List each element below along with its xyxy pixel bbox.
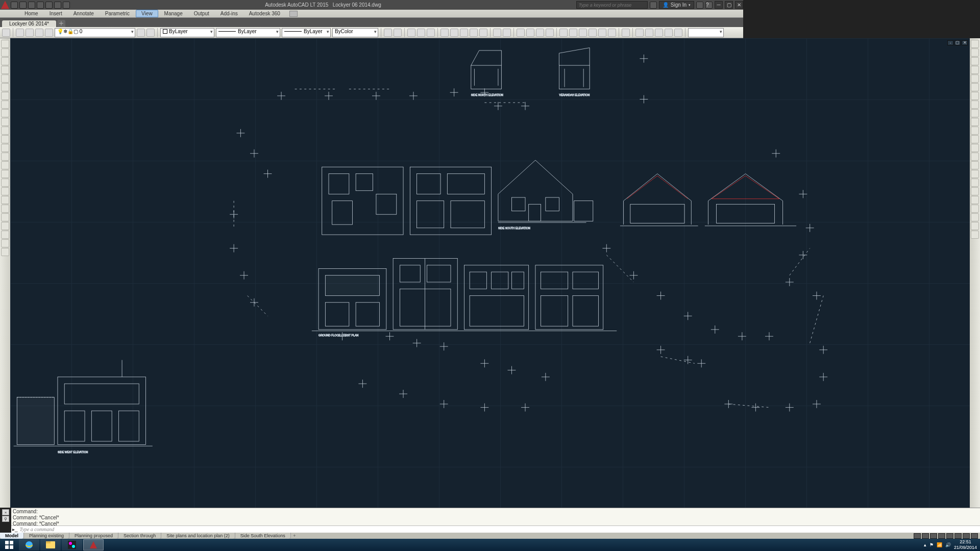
layer-dropdown[interactable]: 💡❄🔒▢ 0 bbox=[55, 28, 135, 37]
qat-new-icon[interactable] bbox=[11, 2, 18, 9]
help-tool-icon[interactable] bbox=[622, 29, 630, 37]
close-button[interactable]: ✕ bbox=[735, 1, 743, 9]
zoom-icon[interactable] bbox=[526, 29, 534, 37]
draw-group-icon[interactable] bbox=[1, 205, 9, 213]
help-search-input[interactable] bbox=[576, 1, 648, 9]
svg-rect-129 bbox=[451, 201, 484, 228]
pan-icon[interactable] bbox=[517, 29, 525, 37]
ribbon-min-icon[interactable] bbox=[289, 11, 298, 17]
tb-icon-6[interactable] bbox=[440, 29, 449, 37]
draw-leader-icon[interactable] bbox=[1, 161, 9, 169]
layer-prev-icon[interactable] bbox=[137, 29, 145, 37]
draw-block-icon[interactable] bbox=[1, 127, 9, 135]
ribbon-tab-view[interactable]: View bbox=[136, 10, 158, 17]
ribbon-tab-parametric[interactable]: Parametric bbox=[100, 10, 135, 17]
tb-icon-17[interactable] bbox=[579, 29, 587, 37]
layer-lock-icon[interactable] bbox=[45, 29, 53, 37]
qat-print-icon[interactable] bbox=[45, 2, 53, 9]
lineweight-dropdown[interactable]: ByLayer bbox=[282, 28, 331, 37]
tb-icon-26[interactable] bbox=[674, 29, 682, 37]
scale-dropdown[interactable] bbox=[688, 28, 724, 37]
draw-line-icon[interactable] bbox=[1, 40, 9, 48]
draw-helix-icon[interactable] bbox=[1, 231, 9, 239]
signin-button[interactable]: 👤Sign In▾ bbox=[659, 1, 694, 9]
layer-freeze-icon[interactable] bbox=[35, 29, 43, 37]
tb-icon-19[interactable] bbox=[598, 29, 606, 37]
draw-spline-icon[interactable] bbox=[1, 101, 9, 109]
draw-wipeout-icon[interactable] bbox=[1, 179, 9, 187]
zoom-window-icon[interactable] bbox=[536, 29, 544, 37]
qat-redo-icon[interactable] bbox=[63, 2, 70, 9]
ribbon-tab-home[interactable]: Home bbox=[19, 10, 43, 17]
ribbon-tab-add-ins[interactable]: Add-ins bbox=[215, 10, 243, 17]
document-tab[interactable]: Lockyer 06 2014* bbox=[2, 20, 56, 27]
draw-ellipse-icon[interactable] bbox=[1, 83, 9, 91]
draw-ray-icon[interactable] bbox=[1, 109, 9, 117]
new-doc-tab[interactable]: + bbox=[57, 20, 65, 27]
tb-icon-20[interactable] bbox=[608, 29, 616, 37]
tb-icon-24[interactable] bbox=[655, 29, 663, 37]
draw-donut-icon[interactable] bbox=[1, 196, 9, 204]
help-icon[interactable]: ? bbox=[705, 2, 713, 9]
tb-icon-1[interactable] bbox=[384, 29, 392, 37]
svg-rect-128 bbox=[417, 201, 444, 228]
ribbon-tab-annotate[interactable]: Annotate bbox=[68, 10, 99, 17]
qselect-icon[interactable] bbox=[2, 29, 10, 37]
draw-arc-icon[interactable] bbox=[1, 66, 9, 74]
tb-icon-10[interactable] bbox=[479, 29, 487, 37]
linetype-dropdown[interactable]: ByLayer bbox=[216, 28, 280, 37]
tb-icon-23[interactable] bbox=[645, 29, 653, 37]
draw-mtext-icon[interactable] bbox=[1, 144, 9, 152]
drawing-canvas[interactable]: - ▢ ✕ SIDE NORTH ELEVATION VERANDAH ELEV… bbox=[10, 38, 743, 416]
tb-icon-25[interactable] bbox=[665, 29, 673, 37]
draw-region-icon[interactable] bbox=[1, 170, 9, 178]
ribbon-tab-output[interactable]: Output bbox=[189, 10, 214, 17]
search-icon[interactable] bbox=[650, 2, 657, 9]
draw-boundary-icon[interactable] bbox=[1, 248, 9, 256]
draw-divide-icon[interactable] bbox=[1, 222, 9, 230]
draw-revcloud-icon[interactable] bbox=[1, 187, 9, 195]
tb-icon-4[interactable] bbox=[417, 29, 425, 37]
qat-open-icon[interactable] bbox=[19, 2, 27, 9]
tb-icon-22[interactable] bbox=[635, 29, 644, 37]
tb-icon-3[interactable] bbox=[407, 29, 415, 37]
qat-undo-icon[interactable] bbox=[54, 2, 61, 9]
draw-hatch-icon[interactable] bbox=[1, 92, 9, 100]
tb-icon-18[interactable] bbox=[589, 29, 597, 37]
draw-pline-icon[interactable] bbox=[1, 48, 9, 57]
exchange-icon[interactable] bbox=[696, 2, 703, 9]
svg-rect-160 bbox=[535, 265, 603, 330]
draw-rect-icon[interactable] bbox=[1, 74, 9, 83]
tb-icon-15[interactable] bbox=[559, 29, 568, 37]
tb-icon-5[interactable] bbox=[427, 29, 435, 37]
ribbon-tab-autodesk-360[interactable]: Autodesk 360 bbox=[244, 10, 285, 17]
qat-saveas-icon[interactable] bbox=[37, 2, 44, 9]
draw-measure-icon[interactable] bbox=[1, 213, 9, 221]
ribbon-tab-manage[interactable]: Manage bbox=[159, 10, 188, 17]
tb-icon-8[interactable] bbox=[460, 29, 468, 37]
minimize-button[interactable]: ─ bbox=[715, 1, 723, 9]
draw-point-icon[interactable] bbox=[1, 118, 9, 126]
ribbon-tab-insert[interactable]: Insert bbox=[44, 10, 67, 17]
zoom-extents-icon[interactable] bbox=[546, 29, 554, 37]
maximize-button[interactable]: ▢ bbox=[725, 1, 733, 9]
color-dropdown[interactable]: ByLayer bbox=[160, 28, 214, 37]
qat-save-icon[interactable] bbox=[28, 2, 35, 9]
undo-icon[interactable] bbox=[493, 29, 501, 37]
draw-circle-icon[interactable] bbox=[1, 57, 9, 65]
svg-rect-170 bbox=[91, 411, 112, 416]
tb-icon-9[interactable] bbox=[470, 29, 478, 37]
app-logo[interactable] bbox=[1, 1, 9, 9]
layer-off-icon[interactable] bbox=[26, 29, 34, 37]
tb-icon-16[interactable] bbox=[569, 29, 577, 37]
draw-dim-icon[interactable] bbox=[1, 153, 9, 161]
layer-state-icon[interactable] bbox=[16, 29, 24, 37]
tb-icon-2[interactable] bbox=[394, 29, 402, 37]
draw-3dpoly-icon[interactable] bbox=[1, 239, 9, 247]
plotstyle-dropdown[interactable]: ByColor bbox=[332, 28, 378, 37]
redo-icon[interactable] bbox=[503, 29, 511, 37]
draw-table-icon[interactable] bbox=[1, 135, 9, 143]
tb-icon-7[interactable] bbox=[450, 29, 458, 37]
svg-rect-134 bbox=[574, 201, 593, 221]
layer-manager-icon[interactable] bbox=[146, 29, 155, 37]
